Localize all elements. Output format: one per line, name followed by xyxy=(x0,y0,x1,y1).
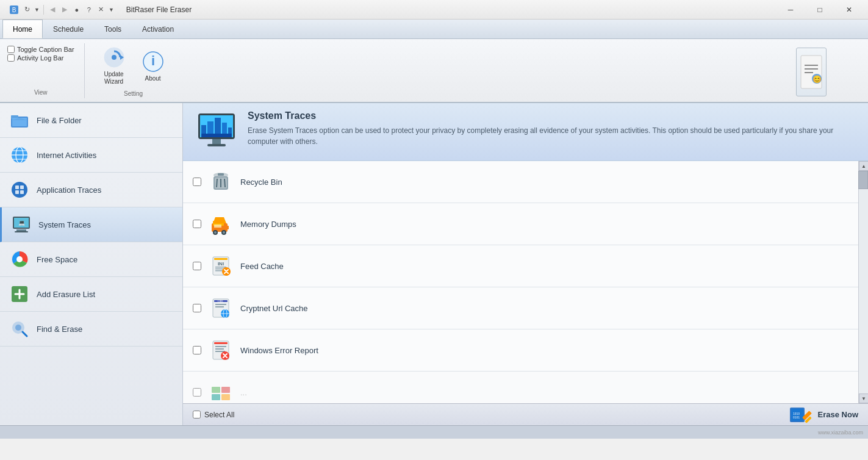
svg-rect-23 xyxy=(20,185,24,189)
sidebar-item-label: Add Erasure List xyxy=(37,290,95,299)
ribbon-setting-buttons: UpdateWizard i About xyxy=(97,44,170,88)
sidebar-item-application-traces[interactable]: Application Traces xyxy=(0,173,182,207)
svg-rect-28 xyxy=(16,229,26,231)
toggle-caption-checkbox[interactable]: Toggle Caption Bar xyxy=(7,46,74,53)
sidebar-item-find-erase[interactable]: Find & Erase xyxy=(0,312,182,347)
cryptnet-url-cache-label: Cryptnet Url Cache xyxy=(240,304,308,313)
scrollbar-down-arrow[interactable]: ▼ xyxy=(859,394,868,403)
find-erase-icon xyxy=(10,319,29,339)
svg-rect-87 xyxy=(212,394,220,400)
svg-text:URL: URL xyxy=(218,300,224,303)
content-title: System Traces xyxy=(248,110,858,121)
qat-arrow-icon[interactable]: ▼ xyxy=(109,7,114,13)
svg-rect-29 xyxy=(15,231,28,232)
sidebar-item-add-erasure-list[interactable]: Add Erasure List xyxy=(0,277,182,312)
list-item[interactable]: Recycle Bin xyxy=(183,161,868,203)
list-item[interactable]: Memory Dumps xyxy=(183,203,868,245)
qat-help-icon[interactable]: ? xyxy=(84,6,94,13)
select-all-checkbox[interactable] xyxy=(193,411,201,419)
qat-back-icon[interactable]: ◀ xyxy=(48,5,57,13)
maximize-button[interactable]: □ xyxy=(806,0,834,20)
windows-error-report-label: Windows Error Report xyxy=(240,346,318,355)
windows-error-report-checkbox[interactable] xyxy=(193,346,201,354)
memory-dumps-label: Memory Dumps xyxy=(240,220,296,229)
ribbon-tabs: Home Schedule Tools Activation xyxy=(0,20,868,39)
quick-access-toolbar: B ↻ ▼ ◀ ▶ ● ? ✕ ▼ xyxy=(5,4,118,15)
svg-rect-45 xyxy=(212,139,221,144)
content-header: System Traces Erase System Traces option… xyxy=(183,103,868,161)
list-item[interactable]: URL Cryptnet Url Cache xyxy=(183,287,868,329)
sidebar-item-label: Free Space xyxy=(37,255,77,264)
scrollbar-thumb[interactable] xyxy=(858,171,868,189)
update-wizard-button[interactable]: UpdateWizard xyxy=(97,44,131,88)
list-item[interactable]: Windows Error Report xyxy=(183,329,868,372)
svg-text:😊: 😊 xyxy=(812,74,822,84)
title-bar: B ↻ ▼ ◀ ▶ ● ? ✕ ▼ BitRaser File Eraser ─… xyxy=(0,0,868,20)
sidebar-item-label: System Traces xyxy=(38,220,91,229)
internet-activities-icon xyxy=(10,145,29,165)
svg-rect-65 xyxy=(214,258,228,260)
view-group-label: View xyxy=(34,87,48,96)
about-button[interactable]: i About xyxy=(136,44,170,88)
sidebar-item-internet-activities[interactable]: Internet Activities xyxy=(0,138,182,173)
list-item[interactable]: INI Feed Cache xyxy=(183,245,868,287)
svg-text:B: B xyxy=(12,7,16,13)
svg-point-36 xyxy=(15,325,21,331)
svg-rect-56 xyxy=(225,226,229,229)
erase-now-button[interactable]: 1010 0101 Erase Now xyxy=(789,403,858,426)
ribbon-help-area: 😊 xyxy=(796,45,827,96)
bottom-bar: Select All 1010 0101 Er xyxy=(183,403,868,425)
sidebar-item-free-space[interactable]: Free Space xyxy=(0,242,182,277)
scrollbar-up-arrow[interactable]: ▲ xyxy=(859,161,868,171)
svg-rect-85 xyxy=(212,387,220,393)
sidebar-item-label: Application Traces xyxy=(37,185,101,195)
content-area: System Traces Erase System Traces option… xyxy=(183,103,868,425)
help-icon-btn[interactable]: 😊 xyxy=(796,48,827,96)
recycle-bin-icon xyxy=(209,170,233,194)
svg-rect-44 xyxy=(201,134,232,137)
app-title: BitRaser File Eraser xyxy=(126,5,773,14)
erase-now-icon: 1010 0101 xyxy=(789,403,813,426)
close-button[interactable]: ✕ xyxy=(835,0,863,20)
list-item-partial[interactable]: ... xyxy=(183,372,868,403)
select-all-area[interactable]: Select All xyxy=(193,411,234,419)
feed-cache-checkbox[interactable] xyxy=(193,262,201,270)
cryptnet-url-cache-checkbox[interactable] xyxy=(193,304,201,312)
memory-dumps-checkbox[interactable] xyxy=(193,220,201,228)
ribbon-body: Toggle Caption Bar Activity Log Bar View xyxy=(0,39,868,103)
svg-rect-57 xyxy=(214,225,221,228)
feed-cache-label: Feed Cache xyxy=(240,262,284,271)
ribbon-group-setting: UpdateWizard i About Setting xyxy=(95,41,180,99)
qat-info-icon[interactable]: ● xyxy=(72,6,82,13)
qat-close-icon[interactable]: ✕ xyxy=(96,5,106,13)
activity-log-checkbox[interactable]: Activity Log Bar xyxy=(7,54,74,62)
svg-rect-24 xyxy=(15,190,19,194)
qat-refresh-icon[interactable]: ↻ xyxy=(22,5,32,13)
tab-tools[interactable]: Tools xyxy=(94,20,132,38)
svg-line-52 xyxy=(224,179,225,187)
about-icon: i xyxy=(142,51,164,73)
qat-dropdown-icon[interactable]: ▼ xyxy=(34,7,40,13)
qat-forward-icon[interactable]: ▶ xyxy=(60,5,70,13)
tab-schedule[interactable]: Schedule xyxy=(43,20,94,38)
minimize-button[interactable]: ─ xyxy=(777,0,805,20)
more-item-checkbox[interactable] xyxy=(193,388,201,397)
ribbon-view-checkboxes: Toggle Caption Bar Activity Log Bar xyxy=(7,46,74,62)
tab-activation[interactable]: Activation xyxy=(132,20,184,38)
recycle-bin-checkbox[interactable] xyxy=(193,178,201,186)
svg-point-60 xyxy=(214,231,217,234)
update-wizard-icon xyxy=(103,46,125,68)
svg-rect-46 xyxy=(207,144,226,146)
sidebar-item-file-folder[interactable]: File & Folder xyxy=(0,103,182,138)
about-label: About xyxy=(145,75,160,82)
svg-text:💻: 💻 xyxy=(18,219,26,226)
svg-text:0101: 0101 xyxy=(793,415,800,419)
svg-rect-67 xyxy=(215,267,226,268)
add-erasure-list-icon xyxy=(10,284,29,304)
svg-point-61 xyxy=(223,231,225,234)
tab-home[interactable]: Home xyxy=(2,20,43,38)
sidebar-item-system-traces[interactable]: 💻 System Traces xyxy=(0,207,182,242)
svg-marker-62 xyxy=(213,217,226,223)
sidebar: File & Folder Internet Activities xyxy=(0,103,183,425)
system-traces-icon: 💻 xyxy=(12,215,31,234)
